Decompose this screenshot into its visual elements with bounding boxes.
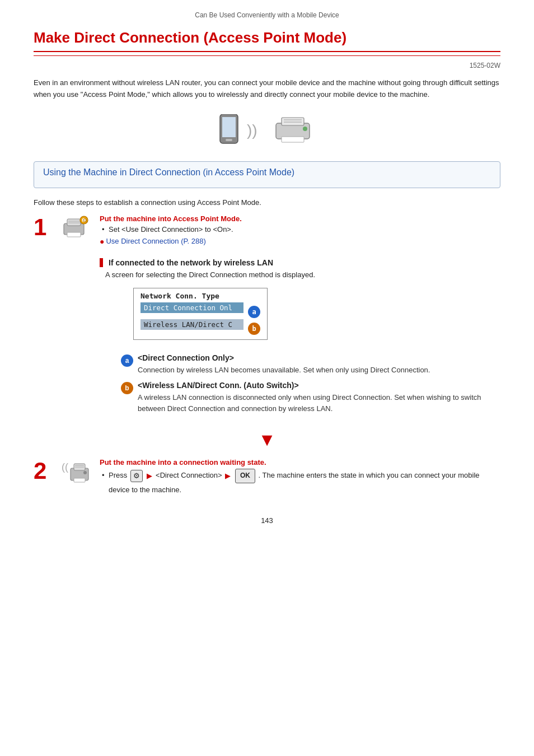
wifi-waves-icon: )): [246, 118, 266, 142]
printer-icon: [271, 112, 316, 148]
arrow-1: ▶: [147, 469, 152, 482]
phone-icon: [218, 114, 240, 146]
step-arrow-down: ▼: [34, 430, 500, 450]
step-2-inline: Press ⚙ ▶ <Direct Connection> ▶ OK . The…: [100, 469, 500, 496]
subsection-wireless: If connected to the network by wireless …: [100, 258, 500, 414]
option-b-desc-block: <Wireless LAN/Direct Conn. (Auto Switch)…: [138, 381, 500, 414]
svg-point-24: [83, 471, 87, 474]
screen-option-b-row: Wireless LAN/Direct C b: [140, 319, 260, 335]
doc-id: 1525-02W: [34, 62, 500, 69]
step-2-icon-area: ((: [62, 458, 92, 487]
svg-rect-1: [222, 117, 236, 137]
screen-diagram: Network Conn. Type Direct Connection Onl…: [133, 288, 268, 340]
option-b-title: <Wireless LAN/Direct Conn. (Auto Switch)…: [138, 381, 500, 390]
badge-a-icon: a: [248, 306, 260, 318]
step-2-content: Put the machine into a connection waitin…: [100, 458, 500, 500]
svg-rect-12: [67, 232, 81, 237]
step-1-title: Put the machine into Access Point Mode.: [100, 214, 500, 223]
subsection-desc: A screen for selecting the Direct Connec…: [105, 270, 500, 279]
step-1-bullets: Set <Use Direct Connection> to <On>.: [100, 225, 500, 234]
svg-text:⚙: ⚙: [82, 217, 87, 223]
link-icon: ●: [100, 237, 104, 246]
step-1-ref[interactable]: ● Use Direct Connection (P. 288): [100, 237, 206, 246]
ok-button[interactable]: OK: [235, 469, 255, 483]
option-a-desc: Connection by wireless LAN becomes unava…: [138, 365, 500, 376]
svg-rect-5: [282, 118, 304, 125]
svg-rect-11: [67, 219, 81, 226]
svg-rect-2: [226, 139, 232, 141]
screen-title: Network Conn. Type: [140, 292, 260, 300]
screen-option-a-row: Direct Connection Onl a: [140, 302, 260, 318]
wireless-diagram: )): [34, 112, 500, 148]
steps-container: 1 ⚙: [34, 214, 500, 500]
badge-b-icon: b: [248, 323, 260, 335]
section-box: Using the Machine in Direct Connection (…: [34, 161, 500, 188]
page-number: 143: [34, 516, 500, 525]
red-bar-icon: [100, 258, 103, 267]
step-1-content: Put the machine into Access Point Mode. …: [100, 214, 500, 420]
breadcrumb: Can Be Used Conveniently with a Mobile D…: [34, 11, 500, 19]
step-1-icon-area: ⚙: [62, 214, 92, 239]
direct-connection-label: <Direct Connection>: [156, 471, 222, 479]
arrow-2: ▶: [225, 469, 231, 482]
intro-text: Even in an environment without wireless …: [34, 77, 500, 101]
option-a-badge: a: [121, 354, 133, 367]
option-a-title: <Direct Connection Only>: [138, 353, 500, 362]
home-button[interactable]: ⚙: [130, 470, 143, 482]
press-label: Press: [109, 471, 127, 479]
screen-option-a: Direct Connection Onl: [140, 302, 243, 313]
step-1-number: 1: [34, 216, 54, 239]
step-2-title: Put the machine into a connection waitin…: [100, 458, 500, 466]
step-intro: Follow these steps to establish a connec…: [34, 198, 500, 207]
subsection-title: If connected to the network by wireless …: [100, 258, 500, 267]
svg-text:)): )): [247, 122, 257, 139]
step-1-bullet-1: Set <Use Direct Connection> to <On>.: [100, 225, 500, 234]
step-2-bullet: Press ⚙ ▶ <Direct Connection> ▶ OK . The…: [100, 469, 500, 496]
option-a-block: a <Direct Connection Only> Connection by…: [116, 353, 500, 376]
section-title: Using the Machine in Direct Connection (…: [43, 167, 491, 178]
step-2-row: 2 (( Put the machine into a connection w…: [34, 458, 500, 500]
option-b-badge: b: [121, 382, 133, 394]
screen-diagram-container: Network Conn. Type Direct Connection Onl…: [116, 284, 500, 348]
svg-text:((: ((: [62, 461, 68, 473]
option-b-block: b <Wireless LAN/Direct Conn. (Auto Switc…: [116, 381, 500, 414]
option-a-desc-block: <Direct Connection Only> Connection by w…: [138, 353, 500, 376]
step-2-number: 2: [34, 459, 54, 483]
page: Can Be Used Conveniently with a Mobile D…: [0, 0, 534, 756]
ref-text: Use Direct Connection (P. 288): [106, 237, 205, 245]
step-1-row: 1 ⚙: [34, 214, 500, 420]
option-b-desc: A wireless LAN connection is disconnecte…: [138, 392, 500, 414]
screen-option-b: Wireless LAN/Direct C: [140, 319, 243, 330]
step-2-bullet-list: Press ⚙ ▶ <Direct Connection> ▶ OK . The…: [100, 469, 500, 496]
svg-point-7: [303, 127, 307, 131]
step-2-wireless-printer-icon: ((: [62, 458, 91, 487]
svg-rect-21: [74, 478, 85, 482]
svg-rect-6: [282, 137, 304, 142]
step-1-printer-icon: ⚙: [62, 214, 88, 239]
page-title: Make Direct Connection (Access Point Mod…: [34, 29, 500, 52]
